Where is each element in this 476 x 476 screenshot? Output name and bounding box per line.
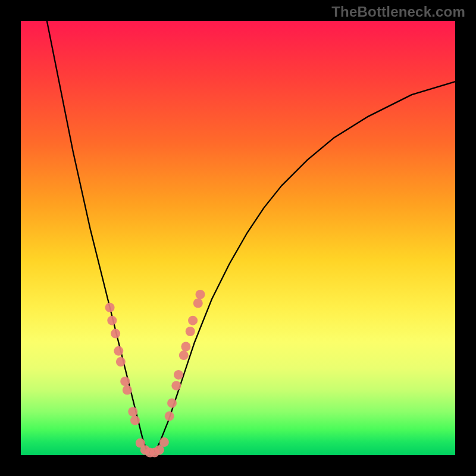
- left-branch-dots: [114, 346, 123, 356]
- right-branch-dots: [193, 299, 203, 308]
- left-branch-dots: [107, 316, 117, 325]
- right-branch-dots: [171, 381, 181, 390]
- right-branch-dots: [167, 398, 177, 408]
- right-branch-dots: [188, 316, 198, 325]
- right-branch-dots: [196, 290, 205, 299]
- watermark-text: TheBottleneck.com: [331, 4, 465, 20]
- right-branch-dots: [174, 370, 183, 380]
- right-branch-dots: [179, 350, 189, 360]
- left-branch-dots: [128, 407, 137, 416]
- chart-svg: [0, 0, 476, 476]
- outer-frame: TheBottleneck.com: [0, 0, 476, 476]
- right-branch-dots: [165, 411, 174, 421]
- left-branch-dots: [105, 303, 115, 312]
- left-branch-dots: [120, 377, 130, 386]
- right-branch-dots: [186, 327, 195, 336]
- left-branch-dots: [111, 329, 120, 339]
- left-branch-dots: [123, 386, 132, 395]
- left-branch-dots: [116, 357, 126, 367]
- valley-curve: [47, 21, 455, 453]
- valley-bottom-dots: [159, 437, 169, 447]
- right-branch-dots: [181, 342, 190, 352]
- left-branch-dots: [130, 416, 140, 425]
